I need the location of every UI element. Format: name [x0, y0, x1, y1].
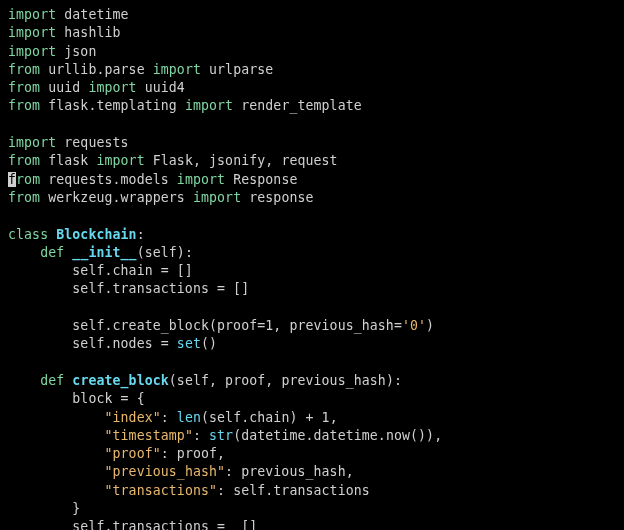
- code-token: def: [40, 245, 64, 260]
- code-token: [8, 483, 104, 498]
- code-token: from: [8, 98, 40, 113]
- code-token: f: [8, 172, 16, 187]
- code-token: Flask, jsonify, request: [145, 153, 338, 168]
- code-line: self.nodes = set(): [8, 336, 217, 351]
- code-line: from flask import Flask, jsonify, reques…: [8, 153, 338, 168]
- code-token: }: [8, 501, 80, 516]
- code-token: (self):: [137, 245, 193, 260]
- code-token: ): [426, 318, 434, 333]
- code-token: import: [8, 25, 56, 40]
- code-token: from: [8, 153, 40, 168]
- code-token: [8, 245, 40, 260]
- code-token: uuid: [40, 80, 88, 95]
- code-editor[interactable]: import datetime import hashlib import js…: [0, 0, 624, 530]
- code-line: self.create_block(proof=1, previous_hash…: [8, 318, 434, 333]
- code-token: uuid4: [137, 80, 185, 95]
- code-token: import: [153, 62, 201, 77]
- code-line: block = {: [8, 391, 145, 406]
- code-token: import: [177, 172, 225, 187]
- code-token: hashlib: [56, 25, 120, 40]
- code-token: self.chain = []: [8, 263, 193, 278]
- code-line: from flask.templating import render_temp…: [8, 98, 362, 113]
- code-token: (datetime.datetime.now()),: [233, 428, 442, 443]
- code-token: flask: [40, 153, 96, 168]
- code-line: self.chain = []: [8, 263, 193, 278]
- code-token: import: [8, 135, 56, 150]
- code-token: : self.transactions: [217, 483, 370, 498]
- code-line: import json: [8, 44, 96, 59]
- code-token: 1: [322, 410, 330, 425]
- code-token: : proof,: [161, 446, 225, 461]
- code-token: (self, proof, previous_hash):: [169, 373, 402, 388]
- code-token: class: [8, 227, 48, 242]
- code-line: self.transactions = []: [8, 519, 257, 530]
- code-token: [8, 410, 104, 425]
- code-token: import: [8, 7, 56, 22]
- code-token: (self.chain) +: [201, 410, 322, 425]
- code-line: from requests.models import Response: [8, 172, 297, 187]
- code-token: __init__: [72, 245, 136, 260]
- code-token: response: [241, 190, 313, 205]
- code-token: json: [56, 44, 96, 59]
- code-line: class Blockchain:: [8, 227, 145, 242]
- code-token: self.transactions = []: [8, 519, 257, 530]
- code-token: str: [209, 428, 233, 443]
- code-line: from urllib.parse import urlparse: [8, 62, 273, 77]
- code-token: self.create_block(proof=: [8, 318, 265, 333]
- code-token: self.transactions = []: [8, 281, 249, 296]
- code-token: import: [185, 98, 233, 113]
- code-token: flask.templating: [40, 98, 185, 113]
- code-token: from: [8, 190, 40, 205]
- code-line: def create_block(self, proof, previous_h…: [8, 373, 402, 388]
- code-token: render_template: [233, 98, 362, 113]
- code-token: self.nodes =: [8, 336, 177, 351]
- code-token: datetime: [56, 7, 128, 22]
- code-token: , previous_hash=: [273, 318, 402, 333]
- code-token: set: [177, 336, 201, 351]
- code-token: Blockchain: [56, 227, 136, 242]
- code-token: from: [8, 62, 40, 77]
- code-token: from: [8, 80, 40, 95]
- code-token: "timestamp": [104, 428, 192, 443]
- code-line: import hashlib: [8, 25, 121, 40]
- code-token: :: [161, 410, 177, 425]
- code-line: import requests: [8, 135, 129, 150]
- code-token: import: [193, 190, 241, 205]
- code-token: len: [177, 410, 201, 425]
- code-token: requests.models: [40, 172, 177, 187]
- code-line: from werkzeug.wrappers import response: [8, 190, 314, 205]
- code-line: "transactions": self.transactions: [8, 483, 370, 498]
- code-token: import: [8, 44, 56, 59]
- code-token: urllib.parse: [40, 62, 153, 77]
- code-token: (): [201, 336, 217, 351]
- code-line: }: [8, 501, 80, 516]
- code-token: create_block: [72, 373, 168, 388]
- code-line: "timestamp": str(datetime.datetime.now()…: [8, 428, 442, 443]
- code-line: import datetime: [8, 7, 129, 22]
- code-token: "index": [104, 410, 160, 425]
- code-token: "transactions": [104, 483, 217, 498]
- code-token: [8, 373, 40, 388]
- code-token: : previous_hash,: [225, 464, 354, 479]
- code-token: werkzeug.wrappers: [40, 190, 193, 205]
- code-token: ,: [330, 410, 338, 425]
- code-token: [8, 446, 104, 461]
- code-token: "previous_hash": [104, 464, 225, 479]
- code-token: Response: [225, 172, 297, 187]
- code-token: :: [137, 227, 145, 242]
- code-token: '0': [402, 318, 426, 333]
- code-line: "previous_hash": previous_hash,: [8, 464, 354, 479]
- code-token: requests: [56, 135, 128, 150]
- code-line: def __init__(self):: [8, 245, 193, 260]
- code-token: "proof": [104, 446, 160, 461]
- code-line: from uuid import uuid4: [8, 80, 185, 95]
- code-token: [8, 464, 104, 479]
- code-token: [8, 428, 104, 443]
- code-line: self.transactions = []: [8, 281, 249, 296]
- code-token: urlparse: [201, 62, 273, 77]
- code-token: def: [40, 373, 64, 388]
- code-line: "proof": proof,: [8, 446, 225, 461]
- code-token: rom: [16, 172, 40, 187]
- code-token: block = {: [8, 391, 145, 406]
- code-token: import: [96, 153, 144, 168]
